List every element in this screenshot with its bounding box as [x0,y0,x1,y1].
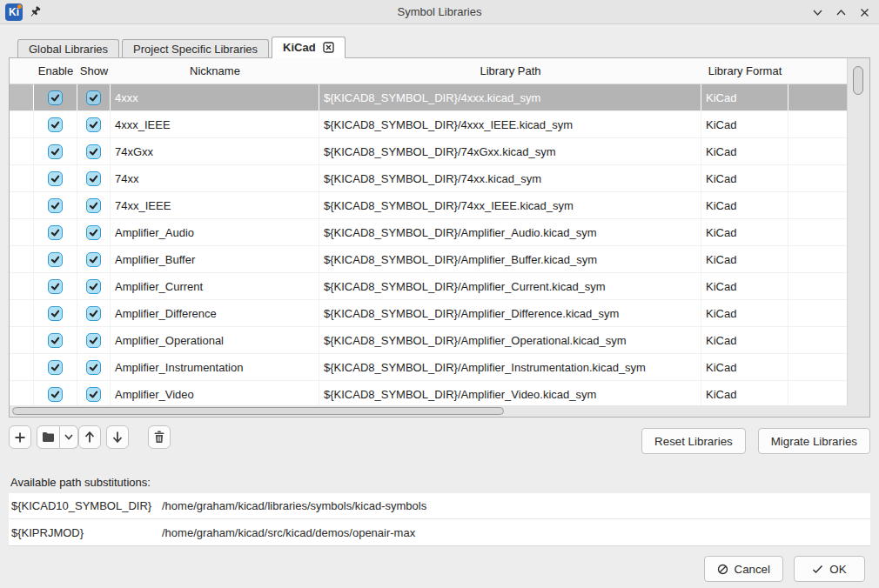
library-path-cell[interactable]: ${KICAD8_SYMBOL_DIR}/Amplifier_Buffer.ki… [319,246,701,272]
library-format-cell[interactable]: KiCad [701,300,788,326]
row-selector-cell[interactable] [10,138,34,164]
nickname-cell[interactable]: Amplifier_Difference [111,300,319,326]
enable-checkbox[interactable] [48,117,63,132]
library-tab[interactable]: Global Libraries [17,39,119,57]
delete-row-button[interactable] [148,425,171,449]
horizontal-scrollbar-thumb[interactable] [12,407,504,415]
horizontal-scrollbar[interactable] [10,405,869,417]
library-format-cell[interactable]: KiCad [701,138,788,164]
library-path-cell[interactable]: ${KICAD8_SYMBOL_DIR}/Amplifier_Current.k… [319,273,701,299]
library-row[interactable]: 74xGxx ${KICAD8_SYMBOL_DIR}/74xGxx.kicad… [10,138,847,165]
library-path-cell[interactable]: ${KICAD8_SYMBOL_DIR}/4xxx_IEEE.kicad_sym [319,111,701,137]
library-path-cell[interactable]: ${KICAD8_SYMBOL_DIR}/Amplifier_Video.kic… [319,381,701,407]
library-tab[interactable]: KiCad [272,37,346,57]
enable-checkbox[interactable] [48,90,63,105]
show-checkbox[interactable] [86,306,101,321]
browse-library-button[interactable] [37,425,60,449]
browse-library-dropdown[interactable] [60,425,78,449]
row-selector-cell[interactable] [10,300,34,326]
row-selector-cell[interactable] [10,219,34,245]
library-path-cell[interactable]: ${KICAD8_SYMBOL_DIR}/Amplifier_Operation… [319,327,701,353]
reset-libraries-button[interactable]: Reset Libraries [641,428,746,454]
library-row[interactable]: Amplifier_Instrumentation ${KICAD8_SYMBO… [10,354,847,381]
library-path-cell[interactable]: ${KICAD8_SYMBOL_DIR}/Amplifier_Audio.kic… [319,219,701,245]
enable-checkbox[interactable] [48,360,63,375]
enable-checkbox[interactable] [48,306,63,321]
library-path-cell[interactable]: ${KICAD8_SYMBOL_DIR}/4xxx.kicad_sym [319,84,701,110]
row-selector-cell[interactable] [10,327,34,353]
nickname-cell[interactable]: 74xx_IEEE [111,192,319,218]
enable-checkbox[interactable] [48,198,63,213]
show-checkbox[interactable] [86,117,101,132]
nickname-cell[interactable]: Amplifier_Instrumentation [111,354,319,380]
nickname-cell[interactable]: Amplifier_Buffer [111,246,319,272]
row-selector-cell[interactable] [10,84,34,110]
library-format-cell[interactable]: KiCad [701,165,788,191]
show-checkbox[interactable] [86,252,101,267]
library-row[interactable]: 74xx_IEEE ${KICAD8_SYMBOL_DIR}/74xx_IEEE… [10,192,847,219]
library-row[interactable]: Amplifier_Buffer ${KICAD8_SYMBOL_DIR}/Am… [10,246,847,273]
nickname-cell[interactable]: Amplifier_Operational [111,327,319,353]
library-format-cell[interactable]: KiCad [701,219,788,245]
enable-checkbox[interactable] [48,387,63,402]
nickname-cell[interactable]: 74xx [111,165,319,191]
library-row[interactable]: Amplifier_Operational ${KICAD8_SYMBOL_DI… [10,327,847,354]
nickname-cell[interactable]: 74xGxx [111,138,319,164]
row-selector-cell[interactable] [10,111,34,137]
nickname-cell[interactable]: Amplifier_Current [111,273,319,299]
nickname-cell[interactable]: Amplifier_Video [111,381,319,407]
library-path-cell[interactable]: ${KICAD8_SYMBOL_DIR}/Amplifier_Instrumen… [319,354,701,380]
enable-checkbox[interactable] [48,225,63,240]
library-row[interactable]: Amplifier_Difference ${KICAD8_SYMBOL_DIR… [10,300,847,327]
library-row[interactable]: 4xxx ${KICAD8_SYMBOL_DIR}/4xxx.kicad_sym… [10,84,847,111]
library-path-cell[interactable]: ${KICAD8_SYMBOL_DIR}/74xGxx.kicad_sym [319,138,701,164]
nickname-cell[interactable]: Amplifier_Audio [111,219,319,245]
library-format-cell[interactable]: KiCad [701,381,788,407]
nickname-cell[interactable]: 4xxx [111,84,319,110]
library-path-cell[interactable]: ${KICAD8_SYMBOL_DIR}/74xx.kicad_sym [319,165,701,191]
show-checkbox[interactable] [86,90,101,105]
library-format-cell[interactable]: KiCad [701,84,788,110]
library-tab[interactable]: Project Specific Libraries [122,39,269,57]
row-selector-cell[interactable] [10,192,34,218]
move-down-button[interactable] [106,425,129,449]
library-format-cell[interactable]: KiCad [701,111,788,137]
show-checkbox[interactable] [86,279,101,294]
show-checkbox[interactable] [86,144,101,159]
close-icon[interactable] [858,6,870,18]
enable-checkbox[interactable] [48,333,63,348]
row-selector-cell[interactable] [10,273,34,299]
cancel-button[interactable]: Cancel [704,556,784,582]
enable-checkbox[interactable] [48,279,63,294]
row-selector-cell[interactable] [10,165,34,191]
library-format-cell[interactable]: KiCad [701,273,788,299]
enable-checkbox[interactable] [48,252,63,267]
row-selector-cell[interactable] [10,354,34,380]
library-format-cell[interactable]: KiCad [701,327,788,353]
show-checkbox[interactable] [86,360,101,375]
library-path-cell[interactable]: ${KICAD8_SYMBOL_DIR}/74xx_IEEE.kicad_sym [319,192,701,218]
library-row[interactable]: 74xx ${KICAD8_SYMBOL_DIR}/74xx.kicad_sym… [10,165,847,192]
enable-checkbox[interactable] [48,144,63,159]
row-selector-cell[interactable] [10,381,34,407]
library-format-cell[interactable]: KiCad [701,246,788,272]
vertical-scrollbar[interactable] [847,58,869,405]
library-path-cell[interactable]: ${KICAD8_SYMBOL_DIR}/Amplifier_Differenc… [319,300,701,326]
show-checkbox[interactable] [86,333,101,348]
move-up-button[interactable] [78,425,101,449]
library-format-cell[interactable]: KiCad [701,354,788,380]
show-checkbox[interactable] [86,171,101,186]
add-row-button[interactable] [9,425,31,449]
library-row[interactable]: Amplifier_Audio ${KICAD8_SYMBOL_DIR}/Amp… [10,219,847,246]
library-row[interactable]: Amplifier_Video ${KICAD8_SYMBOL_DIR}/Amp… [10,381,847,408]
migrate-libraries-button[interactable]: Migrate Libraries [758,428,870,454]
minimize-icon[interactable] [811,6,823,18]
library-row[interactable]: Amplifier_Current ${KICAD8_SYMBOL_DIR}/A… [10,273,847,300]
show-checkbox[interactable] [86,225,101,240]
tab-close-icon[interactable] [323,42,334,53]
vertical-scrollbar-thumb[interactable] [853,66,863,95]
show-checkbox[interactable] [86,198,101,213]
library-row[interactable]: 4xxx_IEEE ${KICAD8_SYMBOL_DIR}/4xxx_IEEE… [10,111,847,138]
nickname-cell[interactable]: 4xxx_IEEE [111,111,319,137]
row-selector-cell[interactable] [10,246,34,272]
